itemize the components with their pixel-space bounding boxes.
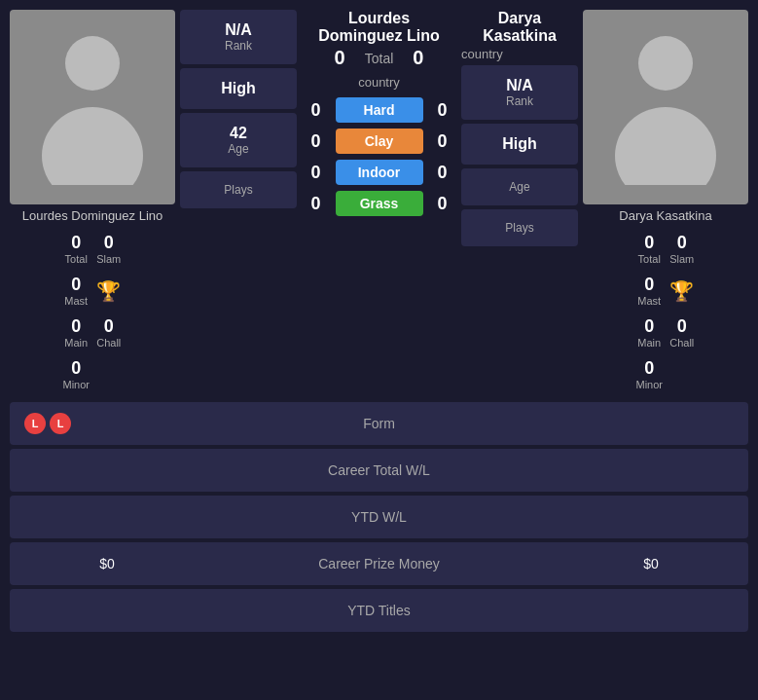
- left-player-name: Lourdes Dominguez Lino: [20, 204, 165, 227]
- left-minor-label: Minor: [62, 379, 90, 390]
- svg-point-3: [615, 107, 716, 185]
- grass-right-score: 0: [433, 194, 452, 214]
- right-slam-value: 0: [668, 233, 696, 253]
- right-stats-grid: 0 Total 0 Slam 0 Mast 🏆 0 Main: [632, 227, 699, 396]
- left-chall-label: Chall: [95, 337, 123, 349]
- right-minor-value: 0: [635, 358, 663, 379]
- right-rank-label: Rank: [469, 94, 570, 108]
- left-center-panel: N/A Rank High 42 Age Plays: [180, 10, 297, 208]
- form-badge-l2: L: [50, 413, 71, 434]
- clay-row: 0 Clay 0: [302, 129, 456, 154]
- hard-right-score: 0: [433, 100, 452, 121]
- right-player-name-header: DaryaKasatkina: [461, 10, 578, 45]
- clay-right-score: 0: [433, 131, 452, 152]
- court-rows: 0 Hard 0 0 Clay 0 0 Indoor 0 0 Grass: [302, 97, 456, 222]
- prize-money-left: $0: [24, 556, 190, 571]
- right-player-name: Darya Kasatkina: [617, 204, 713, 227]
- right-country: country: [461, 47, 578, 61]
- right-total-value: 0: [635, 233, 663, 253]
- right-total-label: Total: [635, 253, 663, 265]
- bottom-section: L L Form Career Total W/L YTD W/L $0 Car…: [10, 402, 748, 632]
- career-total-wl-row: Career Total W/L: [10, 449, 748, 492]
- indoor-row: 0 Indoor 0: [302, 160, 456, 185]
- hard-left-score: 0: [307, 100, 326, 121]
- right-minor-cell: 0 Minor: [633, 354, 665, 394]
- left-high-section: High: [180, 68, 297, 109]
- prize-money-right: $0: [568, 556, 734, 571]
- left-high-value: High: [188, 80, 289, 97]
- left-player-col: Lourdes Dominguez Lino 0 Total 0 Slam 0 …: [10, 10, 175, 396]
- hard-button[interactable]: Hard: [336, 97, 423, 123]
- right-plays-label: Plays: [469, 221, 570, 235]
- trophy-icon: 🏆: [96, 279, 121, 303]
- indoor-right-score: 0: [433, 163, 452, 183]
- left-form-badges: L L: [24, 413, 190, 434]
- right-high-value: High: [469, 135, 570, 153]
- left-main-value: 0: [62, 316, 90, 337]
- left-rank-label: Rank: [188, 39, 289, 53]
- right-chall-cell: 0 Chall: [667, 313, 698, 352]
- right-mast-cell: 0 Mast: [633, 271, 665, 311]
- left-stats-grid: 0 Total 0 Slam 0 Mast 🏆 0 Main: [58, 227, 126, 396]
- right-mast-label: Mast: [635, 295, 663, 307]
- career-wl-label: Career Total W/L: [190, 462, 568, 478]
- total-label: Total: [365, 51, 394, 66]
- clay-button[interactable]: Clay: [336, 129, 423, 154]
- svg-point-2: [638, 36, 693, 91]
- form-row: L L Form: [10, 402, 748, 445]
- grass-button[interactable]: Grass: [336, 191, 423, 216]
- left-minor-cell: 0 Minor: [60, 354, 91, 394]
- right-player-col: Darya Kasatkina 0 Total 0 Slam 0 Mast 🏆: [583, 10, 748, 396]
- left-rank-value: N/A: [188, 21, 289, 39]
- hard-row: 0 Hard 0: [302, 97, 456, 123]
- right-rank-value: N/A: [469, 77, 570, 94]
- right-total-cell: 0 Total: [633, 229, 665, 269]
- ytd-titles-row: YTD Titles: [10, 589, 748, 632]
- top-section: Lourdes Dominguez Lino 0 Total 0 Slam 0 …: [10, 10, 748, 396]
- indoor-button[interactable]: Indoor: [336, 160, 423, 185]
- prize-money-row: $0 Career Prize Money $0: [10, 542, 748, 585]
- right-main-label: Main: [635, 337, 663, 349]
- right-center-panel: DaryaKasatkina country N/A Rank High Age…: [461, 10, 578, 246]
- right-chall-label: Chall: [668, 337, 696, 349]
- clay-left-score: 0: [307, 131, 326, 152]
- right-high-section: High: [461, 124, 578, 165]
- total-row: 0 Total 0: [335, 47, 424, 69]
- left-minor-value: 0: [62, 358, 90, 379]
- left-mast-value: 0: [62, 275, 90, 295]
- right-age-section: Age: [461, 168, 578, 205]
- right-player-photo: [583, 10, 748, 204]
- left-chall-cell: 0 Chall: [93, 313, 125, 352]
- main-container: Lourdes Dominguez Lino 0 Total 0 Slam 0 …: [0, 0, 758, 645]
- right-rank-section: N/A Rank: [461, 65, 578, 120]
- left-slam-cell: 0 Slam: [93, 229, 125, 269]
- right-trophy-cell: 🏆: [667, 271, 698, 311]
- right-chall-value: 0: [668, 316, 696, 337]
- left-age-section: 42 Age: [180, 113, 297, 167]
- ytd-wl-label: YTD W/L: [190, 509, 568, 525]
- grass-left-score: 0: [307, 194, 326, 214]
- ytd-wl-row: YTD W/L: [10, 496, 748, 538]
- left-main-label: Main: [62, 337, 90, 349]
- left-main-cell: 0 Main: [60, 313, 91, 352]
- svg-point-1: [42, 107, 143, 185]
- right-slam-label: Slam: [668, 253, 696, 265]
- indoor-left-score: 0: [307, 163, 326, 183]
- left-plays-label: Plays: [188, 183, 289, 197]
- left-player-name-header: Lourdes Dominguez Lino: [318, 10, 439, 45]
- left-country: country: [358, 75, 400, 90]
- left-chall-value: 0: [95, 316, 123, 337]
- left-plays-section: Plays: [180, 171, 297, 208]
- right-mast-value: 0: [635, 275, 663, 295]
- svg-point-0: [65, 36, 120, 91]
- left-mast-cell: 0 Mast: [60, 271, 91, 311]
- left-total-value: 0: [62, 233, 90, 253]
- left-trophy-cell: 🏆: [93, 271, 125, 311]
- prize-money-label: Career Prize Money: [190, 556, 568, 571]
- right-main-value: 0: [635, 316, 663, 337]
- left-slam-label: Slam: [95, 253, 123, 265]
- left-rank-section: N/A Rank: [180, 10, 297, 64]
- form-badge-l1: L: [24, 413, 46, 434]
- grass-row: 0 Grass 0: [302, 191, 456, 216]
- ytd-titles-label: YTD Titles: [190, 603, 568, 618]
